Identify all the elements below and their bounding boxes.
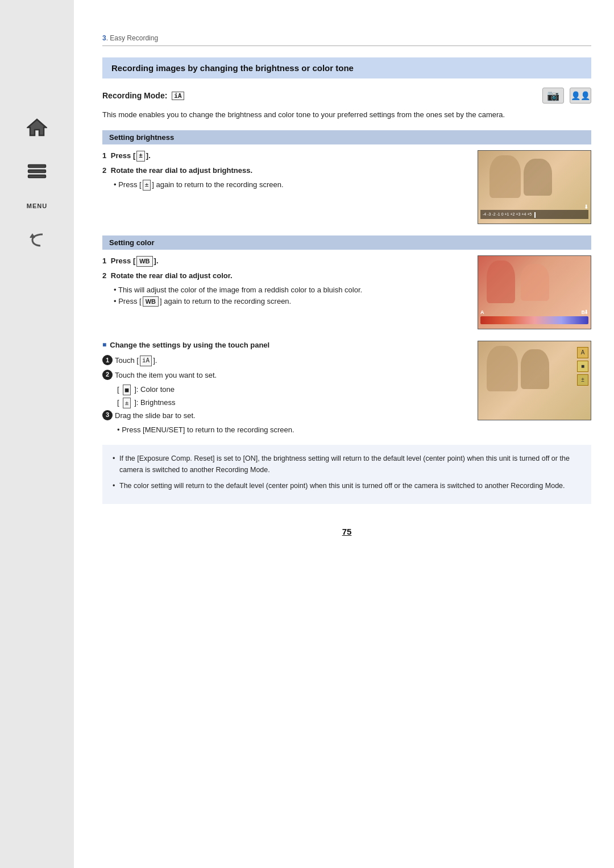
touch-screen-image: A ■ ± bbox=[478, 341, 591, 420]
color-steps: 1 Press [WB]. 2 Rotate the rear dial to … bbox=[102, 255, 466, 329]
touch-step-3: 3 Drag the slide bar to set. bbox=[102, 410, 466, 421]
breadcrumb: 3. Easy Recording bbox=[102, 34, 591, 46]
touch-step-3-text: Drag the slide bar to set. bbox=[115, 410, 196, 421]
svg-rect-2 bbox=[28, 170, 45, 172]
side-icon-brightness: ± bbox=[577, 374, 588, 386]
brightness-section: 1 Press [±]. 2 Rotate the rear dial to a… bbox=[102, 150, 591, 224]
page-number: 75 bbox=[102, 527, 591, 536]
touch-panel-text: Change the settings by using the touch p… bbox=[102, 341, 466, 436]
recording-mode-label: Recording Mode: iA bbox=[102, 91, 185, 100]
step-1-text: Press [±]. bbox=[111, 151, 151, 160]
svg-marker-0 bbox=[28, 119, 46, 135]
home-icon[interactable] bbox=[23, 114, 51, 141]
ia-mode-icon: iA bbox=[172, 92, 184, 100]
recording-mode-text: Recording Mode: bbox=[102, 91, 167, 100]
color-section-header: Setting color bbox=[102, 235, 591, 250]
side-icon-color: ■ bbox=[577, 361, 588, 372]
sidebar: MENU bbox=[0, 0, 74, 868]
mode-icons: 📷 👤👤 bbox=[542, 88, 591, 104]
list-icon[interactable] bbox=[23, 158, 51, 185]
wb-icon-2: WB bbox=[143, 296, 159, 307]
color-step-1-text: Press [WB]. bbox=[111, 257, 159, 265]
brightness-item: [±]: Brightness bbox=[117, 397, 466, 409]
touch-step-2-text: Touch the item you want to set. bbox=[115, 370, 217, 381]
color-sub-step-2: Press [WB] again to return to the record… bbox=[114, 296, 466, 307]
breadcrumb-number: 3 bbox=[102, 34, 106, 42]
svg-rect-1 bbox=[28, 165, 45, 167]
camera-mode-icon: 📷 bbox=[542, 88, 564, 104]
circle-1: 1 bbox=[102, 355, 113, 365]
color-bar bbox=[480, 316, 588, 324]
side-icons: A ■ ± bbox=[577, 347, 588, 386]
touch-step-3-indent: Press [MENU/SET] to return to the record… bbox=[117, 424, 466, 436]
brightness-screen-image: -4 -3 -2 -1 0 +1 +2 +3 +4 +5 ⬇ bbox=[478, 150, 591, 224]
brightness-steps: 1 Press [±]. 2 Rotate the rear dial to a… bbox=[102, 150, 466, 224]
exposure-icon-2: ± bbox=[143, 180, 151, 191]
color-step-2-text: Rotate the rear dial to adjust color. bbox=[111, 271, 233, 280]
color-step-2-number: 2 bbox=[102, 271, 106, 280]
circle-2: 2 bbox=[102, 370, 113, 380]
touch-step-2-indent: [■]: Color tone [±]: Brightness bbox=[117, 384, 466, 409]
color-section: 1 Press [WB]. 2 Rotate the rear dial to … bbox=[102, 255, 591, 329]
description-text: This mode enables you to change the brig… bbox=[102, 109, 591, 121]
color-screen-image: A B ⬇ bbox=[478, 255, 591, 329]
touch-camera-screen: A ■ ± bbox=[478, 341, 591, 436]
brightness-sub-step: Press [±] again to return to the recordi… bbox=[114, 179, 466, 191]
page-title: Recording images by changing the brightn… bbox=[102, 57, 591, 78]
color-step-1-number: 1 bbox=[102, 257, 106, 265]
note-1: If the [Exposure Comp. Reset] is set to … bbox=[111, 453, 582, 476]
touch-step-2: 2 Touch the item you want to set. bbox=[102, 370, 466, 381]
brightness-icon: ± bbox=[123, 398, 131, 409]
color-tone-item: [■]: Color tone bbox=[117, 384, 466, 396]
touch-panel-title: Change the settings by using the touch p… bbox=[102, 341, 466, 349]
color-camera-screen: A B ⬇ bbox=[478, 255, 591, 329]
touch-sub-step: Press [MENU/SET] to return to the record… bbox=[117, 424, 466, 436]
brightness-step-1: 1 Press [±]. bbox=[102, 150, 466, 162]
step-1-number: 1 bbox=[102, 151, 106, 160]
touch-panel-section: Change the settings by using the touch p… bbox=[102, 341, 591, 436]
note-2: The color setting will return to the def… bbox=[111, 480, 582, 491]
exposure-icon-1: ± bbox=[136, 151, 145, 162]
touch-step-1: 1 Touch [iA]. bbox=[102, 355, 466, 366]
color-tone-icon: ■ bbox=[123, 385, 131, 396]
scene-mode-icon: 👤👤 bbox=[570, 88, 591, 104]
circle-3: 3 bbox=[102, 410, 113, 420]
breadcrumb-text: . Easy Recording bbox=[106, 34, 158, 42]
notes-section: If the [Exposure Comp. Reset] is set to … bbox=[102, 445, 591, 504]
exposure-bar: -4 -3 -2 -1 0 +1 +2 +3 +4 +5 bbox=[480, 210, 588, 219]
brightness-camera-screen: -4 -3 -2 -1 0 +1 +2 +3 +4 +5 ⬇ bbox=[478, 150, 591, 224]
wb-icon: WB bbox=[136, 256, 152, 267]
side-icon-a: A bbox=[577, 347, 588, 358]
step-2-number: 2 bbox=[102, 166, 106, 175]
ia-touch-icon: iA bbox=[140, 356, 152, 366]
recording-mode-line: Recording Mode: iA 📷 👤👤 bbox=[102, 88, 591, 104]
color-step-1: 1 Press [WB]. bbox=[102, 255, 466, 267]
touch-step-1-text: Touch [iA]. bbox=[115, 355, 157, 366]
svg-rect-3 bbox=[28, 175, 45, 177]
brightness-step-2: 2 Rotate the rear dial to adjust brightn… bbox=[102, 165, 466, 176]
menu-label[interactable]: MENU bbox=[27, 202, 47, 209]
color-bar-label-a: A bbox=[480, 309, 484, 315]
color-step-2: 2 Rotate the rear dial to adjust color. bbox=[102, 270, 466, 282]
brightness-section-header: Setting brightness bbox=[102, 130, 591, 144]
main-content: 3. Easy Recording Recording images by ch… bbox=[74, 0, 614, 571]
color-sub-step-1: This will adjust the color of the image … bbox=[114, 284, 466, 296]
back-icon[interactable] bbox=[23, 226, 51, 254]
step-2-text: Rotate the rear dial to adjust brightnes… bbox=[111, 166, 252, 175]
